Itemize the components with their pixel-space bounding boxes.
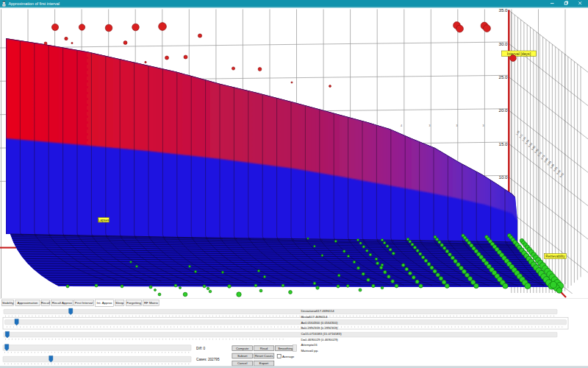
svg-text:Reset Cases: Reset Cases — [255, 354, 273, 358]
svg-text:15.0: 15.0 — [498, 141, 508, 146]
svg-text:First Interval: First Interval — [75, 301, 93, 305]
svg-text:25.0: 25.0 — [498, 74, 508, 79]
svg-text:Recall Approx: Recall Approx — [52, 301, 73, 305]
svg-text:Recall: Recall — [41, 301, 50, 305]
svg-text:Average: Average — [282, 355, 295, 358]
svg-text:3: 3 — [429, 124, 431, 127]
svg-text:Stability: Stability — [2, 301, 14, 305]
svg-text:Read: Read — [260, 347, 268, 350]
svg-text:30.0: 30.0 — [498, 41, 508, 46]
svg-text:D=0.4690029 (0.4690029): D=0.4690029 (0.4690029) — [301, 338, 339, 342]
svg-text:20.0: 20.0 — [498, 107, 508, 113]
svg-text:A=0.0564300 (0.0564300): A=0.0564300 (0.0564300) — [301, 321, 339, 325]
svg-text:3: 3 — [483, 124, 484, 127]
svg-text:Compute: Compute — [236, 347, 249, 350]
svg-text:Retrievability: Retrievability — [545, 255, 565, 258]
svg-text:Cancel: Cancel — [237, 361, 247, 365]
svg-text:3: 3 — [456, 124, 458, 127]
svg-text:35.0: 35.0 — [498, 7, 508, 13]
svg-text:Diff: 0: Diff: 0 — [196, 347, 206, 350]
svg-text:C=15.0716583 (15.0716583): C=15.0716583 (15.0716583) — [301, 332, 343, 336]
svg-text:Best=617.4696114: Best=617.4696114 — [301, 315, 328, 319]
svg-text:Sleep: Sleep — [115, 301, 124, 305]
svg-text:Deviation=617.4696114: Deviation=617.4696114 — [301, 309, 335, 313]
svg-text:Smoothing: Smoothing — [278, 347, 293, 350]
svg-text:Approximation of first interva: Approximation of first interval — [9, 1, 60, 6]
svg-text:Interval [days]: Interval [days] — [507, 52, 531, 56]
svg-text:Forgetting: Forgetting — [126, 301, 141, 305]
svg-text:10.0: 10.0 — [498, 174, 508, 180]
svg-text:Approximation: Approximation — [17, 301, 38, 305]
svg-text:Export: Export — [259, 361, 269, 365]
svg-text:Matrix=0 pp.: Matrix=0 pp. — [301, 349, 319, 353]
svg-text:Cases: 202795: Cases: 202795 — [196, 358, 220, 361]
svg-text:Lapses: Lapses — [98, 219, 110, 222]
svg-text:B=0.2992359 (0.2992359): B=0.2992359 (0.2992359) — [301, 326, 339, 330]
svg-text:Int. Approx: Int. Approx — [97, 301, 113, 305]
svg-text:4: 4 — [401, 124, 402, 127]
svg-text:Subset: Subset — [237, 354, 248, 358]
svg-text:RF Matrix: RF Matrix — [144, 301, 159, 305]
svg-text:Attempt=16: Attempt=16 — [301, 343, 318, 347]
